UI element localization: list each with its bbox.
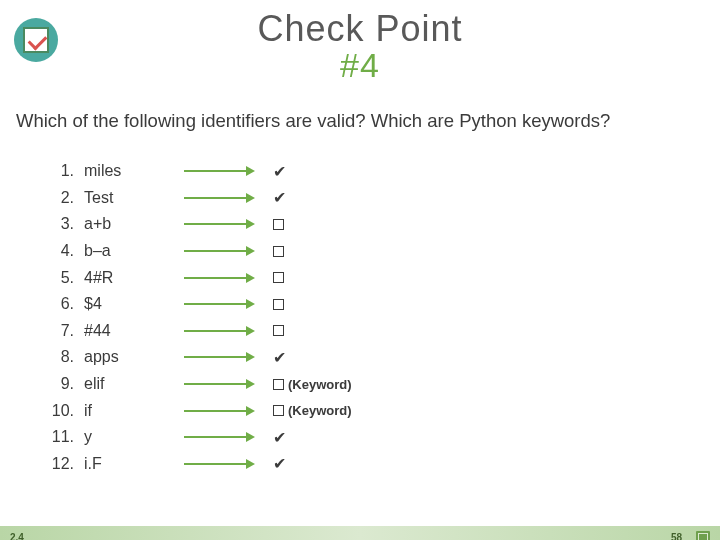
list-item: 11.y✔ [50, 424, 352, 451]
identifier-text: y [84, 428, 144, 446]
footer-page-number: 58 [671, 532, 682, 541]
identifier-text: apps [84, 348, 144, 366]
identifier-text: Test [84, 189, 144, 207]
identifier-list: 1.miles✔2.Test✔3.a+b4.b–a5.4#R6.$47.#448… [50, 158, 352, 477]
question-text: Which of the following identifiers are v… [16, 110, 704, 131]
identifier-text: b–a [84, 242, 144, 260]
item-number: 12. [50, 455, 84, 473]
arrow-icon [184, 379, 255, 389]
empty-box-icon [273, 405, 284, 416]
list-item: 10.if(Keyword) [50, 397, 352, 424]
list-item: 7.#44 [50, 318, 352, 345]
item-number: 7. [50, 322, 84, 340]
identifier-text: miles [84, 162, 144, 180]
empty-box-icon [273, 219, 284, 230]
identifier-text: if [84, 402, 144, 420]
result-mark: ✔ [273, 188, 286, 207]
list-item: 4.b–a [50, 238, 352, 265]
result-mark [273, 219, 284, 230]
arrow-icon [184, 219, 255, 229]
identifier-text: elif [84, 375, 144, 393]
result-mark [273, 272, 284, 283]
result-mark: ✔ [273, 428, 286, 447]
arrow-icon [184, 299, 255, 309]
keyword-note: (Keyword) [288, 377, 352, 392]
item-number: 5. [50, 269, 84, 287]
result-mark [273, 325, 284, 336]
title-number: #4 [0, 46, 720, 85]
arrow-icon [184, 432, 255, 442]
list-item: 6.$4 [50, 291, 352, 318]
checkmark-box-icon [23, 27, 49, 53]
checkpoint-badge-icon [14, 18, 58, 62]
result-mark: (Keyword) [273, 377, 352, 392]
empty-box-icon [273, 246, 284, 257]
item-number: 10. [50, 402, 84, 420]
identifier-text: $4 [84, 295, 144, 313]
identifier-text: i.F [84, 455, 144, 473]
slide-footer: 2.4 58 [0, 526, 720, 540]
slide-title: Check Point #4 [0, 8, 720, 85]
result-mark [273, 246, 284, 257]
empty-box-icon [273, 299, 284, 310]
item-number: 9. [50, 375, 84, 393]
arrow-icon [184, 273, 255, 283]
item-number: 4. [50, 242, 84, 260]
list-item: 5.4#R [50, 264, 352, 291]
footer-section-number: 2.4 [10, 532, 24, 541]
list-item: 3.a+b [50, 211, 352, 238]
list-item: 2.Test✔ [50, 185, 352, 212]
result-mark: ✔ [273, 162, 286, 181]
arrow-icon [184, 166, 255, 176]
result-mark [273, 299, 284, 310]
result-mark: ✔ [273, 454, 286, 473]
arrow-icon [184, 406, 255, 416]
title-main: Check Point [257, 8, 462, 49]
item-number: 1. [50, 162, 84, 180]
checkmark-icon: ✔ [273, 188, 286, 207]
result-mark: ✔ [273, 348, 286, 367]
arrow-icon [184, 459, 255, 469]
checkmark-icon: ✔ [273, 454, 286, 473]
item-number: 2. [50, 189, 84, 207]
list-item: 9.elif(Keyword) [50, 371, 352, 398]
checkmark-icon: ✔ [273, 348, 286, 367]
list-item: 1.miles✔ [50, 158, 352, 185]
empty-box-icon [273, 325, 284, 336]
identifier-text: a+b [84, 215, 144, 233]
presentation-icon [696, 531, 710, 540]
identifier-text: #44 [84, 322, 144, 340]
list-item: 12.i.F✔ [50, 451, 352, 478]
identifier-text: 4#R [84, 269, 144, 287]
arrow-icon [184, 326, 255, 336]
arrow-icon [184, 246, 255, 256]
checkmark-icon: ✔ [273, 428, 286, 447]
item-number: 6. [50, 295, 84, 313]
item-number: 3. [50, 215, 84, 233]
arrow-icon [184, 193, 255, 203]
item-number: 8. [50, 348, 84, 366]
footer-right: 58 [671, 531, 710, 540]
result-mark: (Keyword) [273, 403, 352, 418]
checkmark-icon: ✔ [273, 162, 286, 181]
list-item: 8.apps✔ [50, 344, 352, 371]
keyword-note: (Keyword) [288, 403, 352, 418]
empty-box-icon [273, 272, 284, 283]
item-number: 11. [50, 428, 84, 446]
arrow-icon [184, 352, 255, 362]
empty-box-icon [273, 379, 284, 390]
slide: Check Point #4 Which of the following id… [0, 8, 720, 540]
